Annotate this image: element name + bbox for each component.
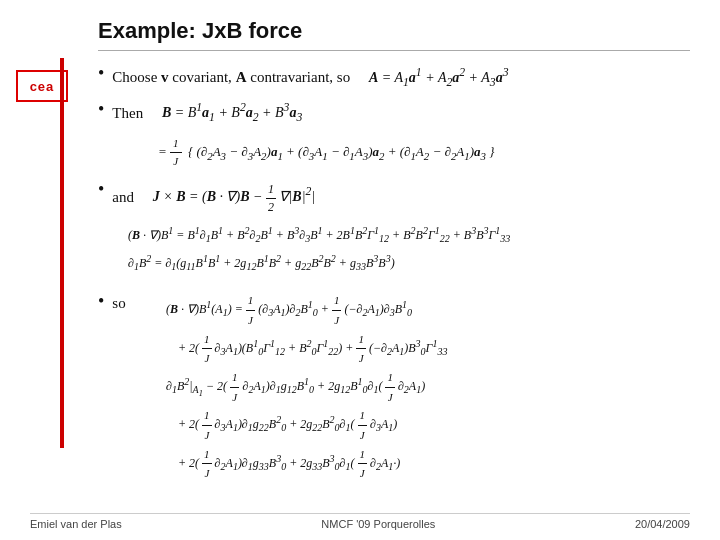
footer-conference: NMCF '09 Porquerolles <box>321 518 435 530</box>
bullet-and: • and J × B = (B · ∇)B − 1 2 ∇|B|2| <box>98 181 690 216</box>
main-content: Example: JxB force • Choose v covariant,… <box>98 18 690 483</box>
bullet-dot-2: • <box>98 99 104 120</box>
formula-B: B = B1a1 + B2a2 + B3a3 <box>162 105 302 120</box>
bullet-dot-1: • <box>98 63 104 84</box>
logo-text: cea <box>30 79 55 94</box>
bullet-then-text: Then B = B1a1 + B2a2 + B3a3 <box>112 101 302 127</box>
so-eq-block: (B · ∇)B1(A1) = 1 J (∂3A1)∂2B10 + 1 J (−… <box>166 291 690 483</box>
logo-bar: cea <box>0 60 68 260</box>
bullet-choose: • Choose v covariant, A contravariant, s… <box>98 65 690 91</box>
bullet-so-text: so <box>112 293 125 314</box>
formula-BdotNabla-B1: (B · ∇)B1 = B1∂1B1 + B2∂2B1 + B3∂3B1 + 2… <box>128 223 690 247</box>
formula-A: A = A1a1 + A2a2 + A3a3 <box>369 70 509 85</box>
bullet-choose-text: Choose v covariant, A contravariant, so … <box>112 65 508 91</box>
formula-then-expanded: = 1 J { (∂2A3 − ∂3A2)a1 + (∂3A1 − ∂1A3)a… <box>158 135 690 171</box>
footer-date: 20/04/2009 <box>635 518 690 530</box>
page: cea Example: JxB force • Choose v covari… <box>0 0 720 540</box>
red-accent-bar <box>60 58 64 448</box>
bullet-so-section: • so (B · ∇)B1(A1) = 1 J (∂3A1)∂2B10 + 1… <box>98 291 690 483</box>
footer-author: Emiel van der Plas <box>30 518 122 530</box>
bullet-and-text: and J × B = (B · ∇)B − 1 2 ∇|B|2| <box>112 181 315 216</box>
footer: Emiel van der Plas NMCF '09 Porquerolles… <box>30 513 690 530</box>
page-title: Example: JxB force <box>98 18 690 51</box>
bullet-then: • Then B = B1a1 + B2a2 + B3a3 <box>98 101 690 127</box>
formula-JxB: J × B = (B · ∇)B − 1 2 ∇|B|2| <box>153 189 315 204</box>
bullet-dot-3: • <box>98 179 104 200</box>
so-formulas: (B · ∇)B1(A1) = 1 J (∂3A1)∂2B10 + 1 J (−… <box>166 291 690 483</box>
formula-partial-B2: ∂1B2 = ∂1(g11B1B1 + 2g12B1B2 + g22B2B2 +… <box>128 251 690 275</box>
bullet-dot-4: • <box>98 291 104 312</box>
